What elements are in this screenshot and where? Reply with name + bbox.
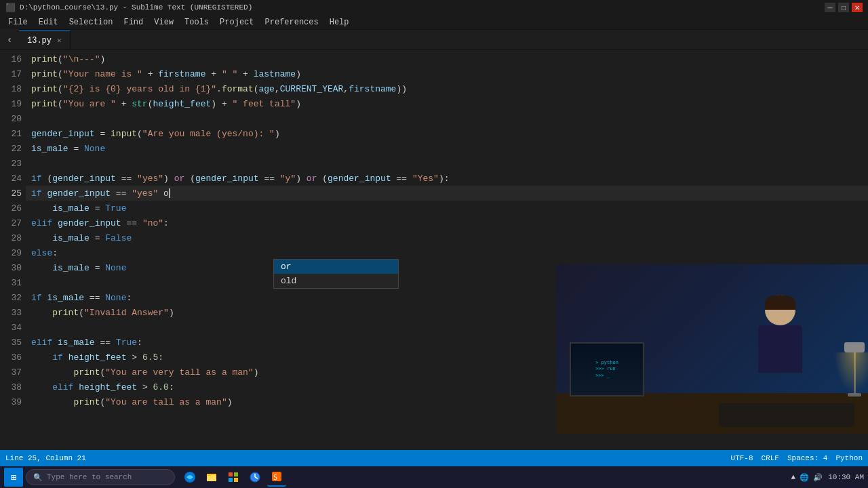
indent-type: Spaces: 4 [787,454,827,462]
code-line-25: if gender_input == "yes" o [26,186,868,201]
lamp-base [848,393,861,396]
taskbar-search-placeholder: Type here to search [47,473,132,481]
search-icon: 🔍 [33,473,43,482]
menu-tools[interactable]: Tools [179,16,214,28]
line-num-28: 28 [0,230,22,245]
line-num-32: 32 [0,290,22,305]
person-body [758,325,802,373]
line-num-29: 29 [0,245,22,260]
code-line-22: is_male = None [26,141,868,156]
tray-up-arrow[interactable]: ▲ [791,473,796,481]
autocomplete-dropdown[interactable]: or old [273,259,399,289]
code-line-26: is_male = True [26,201,868,216]
code-line-24: if (gender_input == "yes") or (gender_in… [26,171,868,186]
code-line-20 [26,111,868,126]
close-button[interactable]: ✕ [852,3,863,12]
keyboard-hint [719,403,854,427]
system-tray: ▲ 🌐 🔊 [791,473,823,482]
autocomplete-item-old[interactable]: old [274,274,398,288]
menu-project[interactable]: Project [214,16,259,28]
status-bar: Line 25, Column 21 UTF-8 CRLF Spaces: 4 … [0,450,868,466]
webcam-overlay: > python >>> run >>> _ [556,264,868,434]
monitor-left: > python >>> run >>> _ [570,342,644,396]
code-line-18: print("{2} is {0} years old in {1}".form… [26,81,868,96]
code-line-28: is_male = False [26,230,868,245]
menu-preferences[interactable]: Preferences [260,16,324,28]
lamp-glow [834,352,868,393]
tab-nav-left[interactable]: ‹ [0,29,19,49]
line-ending: CRLF [762,454,779,462]
line-num-22: 22 [0,141,22,156]
tray-volume-icon: 🔊 [813,473,823,482]
line-num-27: 27 [0,216,22,230]
tab-close-icon[interactable]: ✕ [57,36,62,45]
svg-rect-6 [229,478,233,482]
taskbar-explorer-icon[interactable] [202,468,221,487]
taskbar-store-icon[interactable] [224,468,243,487]
line-num-39: 39 [0,394,22,409]
cursor-position: Line 25, Column 21 [5,454,86,462]
code-line-19: print("You are " + str(height_feet) + " … [26,96,868,111]
line-num-24: 24 [0,171,22,186]
language-mode: Python [835,454,863,462]
line-num-16: 16 [0,52,22,66]
svg-rect-4 [229,472,233,476]
monitor-code-display: > python >>> run >>> _ [593,357,621,381]
menu-find[interactable]: Find [118,16,149,28]
svg-text:S: S [273,474,277,481]
lamp-head [844,342,865,352]
svg-rect-3 [207,474,211,476]
menu-view[interactable]: View [149,16,179,28]
line-num-33: 33 [0,305,22,320]
person-head [765,295,795,325]
line-num-18: 18 [0,81,22,96]
editor-container: 16 17 18 19 20 21 22 23 24 25 26 27 28 2… [0,50,868,450]
menu-selection[interactable]: Selection [64,16,119,28]
code-line-17: print("Your name is " + firstname + " " … [26,66,868,81]
taskbar: ⊞ 🔍 Type here to search [0,466,868,488]
tab-label: 13.py [27,36,52,45]
line-num-37: 37 [0,365,22,380]
svg-rect-5 [234,472,238,476]
line-num-17: 17 [0,66,22,81]
line-num-35: 35 [0,335,22,350]
menu-file[interactable]: File [3,16,33,28]
menu-bar: File Edit Selection Find View Tools Proj… [0,15,868,30]
autocomplete-item-or[interactable]: or [274,260,398,274]
desk-lamp [848,342,861,396]
line-num-34: 34 [0,320,22,335]
tab-bar: ‹ 13.py ✕ [0,30,868,50]
status-right: UTF-8 CRLF Spaces: 4 Python [731,454,863,462]
tab-13py[interactable]: 13.py ✕ [19,30,71,49]
code-editor[interactable]: print("\n---") print("Your name is " + f… [26,50,868,450]
start-button[interactable]: ⊞ [4,468,23,487]
status-left: Line 25, Column 21 [5,454,86,462]
line-numbers: 16 17 18 19 20 21 22 23 24 25 26 27 28 2… [0,50,26,450]
person-figure [746,295,814,396]
app-icon: ⬛ [5,3,16,13]
title-bar: ⬛ D:\python_course\13.py - Sublime Text … [0,0,868,15]
maximize-button[interactable]: □ [838,3,849,12]
taskbar-edge-icon[interactable] [180,468,199,487]
taskbar-search[interactable]: 🔍 Type here to search [26,469,175,485]
code-line-16: print("\n---") [26,52,868,66]
code-line-21: gender_input = input("Are you male (yes/… [26,126,868,141]
taskbar-right: ▲ 🌐 🔊 10:30 AM [791,473,864,482]
code-line-27: elif gender_input == "no": [26,216,868,230]
menu-help[interactable]: Help [324,16,355,28]
taskbar-clock-icon[interactable] [245,468,264,487]
svg-rect-2 [207,475,216,481]
line-num-36: 36 [0,350,22,365]
line-num-25: 25 [0,186,22,201]
taskbar-sublime-icon[interactable]: S [267,468,286,487]
line-num-21: 21 [0,126,22,141]
taskbar-pinned-apps: S [180,468,286,487]
line-num-38: 38 [0,380,22,394]
svg-rect-7 [234,478,238,482]
system-time: 10:30 AM [828,473,864,481]
code-line-29: else: [26,245,868,260]
person-hair [765,295,795,310]
line-num-19: 19 [0,96,22,111]
menu-edit[interactable]: Edit [33,16,64,28]
minimize-button[interactable]: ─ [825,3,835,12]
